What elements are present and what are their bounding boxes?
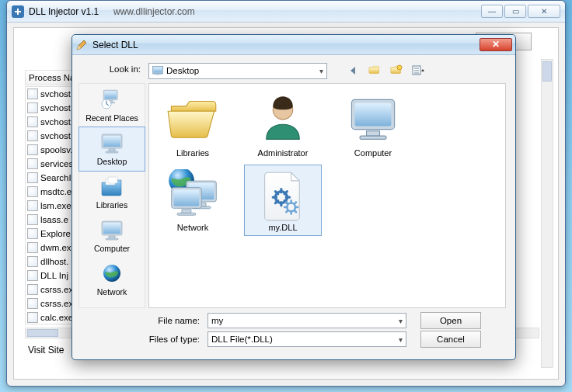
place-desktop[interactable]: Desktop	[79, 127, 145, 171]
process-item[interactable]: lsass.e	[26, 213, 78, 227]
file-item-label: Network	[158, 223, 228, 232]
process-item[interactable]: spoolsv.	[26, 143, 78, 157]
process-item[interactable]: dwm.ex	[26, 241, 78, 255]
filetype-combo[interactable]: DLL File(*.DLL)	[208, 331, 406, 347]
main-titlebar[interactable]: DLL Injector v1.1 www.dllinjector.com — …	[7, 1, 565, 23]
user-icon	[256, 95, 309, 147]
filename-input[interactable]: my	[208, 313, 406, 328]
filename-label: File name:	[75, 316, 208, 325]
process-item[interactable]: DLL Inj	[26, 269, 78, 283]
place-computer[interactable]: Computer	[79, 214, 145, 258]
place-network[interactable]: Network	[79, 258, 145, 301]
scrollbar-thumb[interactable]	[27, 329, 58, 337]
dialog-title: Select DLL	[92, 40, 138, 50]
close-button[interactable]: ✕	[528, 5, 560, 18]
scrollbar-thumb[interactable]	[542, 61, 552, 82]
monitor-icon	[99, 130, 124, 155]
filetype-label: Files of type:	[75, 335, 208, 344]
process-item[interactable]: Explore	[26, 227, 78, 241]
lookin-value: Desktop	[166, 66, 199, 75]
places-bar: Recent PlacesDesktopLibrariesComputerNet…	[78, 83, 145, 308]
dll-file-icon	[256, 169, 309, 222]
desktop-icon	[152, 66, 163, 75]
maximize-button[interactable]: ▭	[504, 5, 526, 18]
process-item[interactable]: lsm.exe	[26, 199, 78, 213]
computer-icon	[99, 217, 124, 242]
process-item[interactable]: svchost	[26, 129, 78, 143]
main-scrollbar-v[interactable]	[541, 59, 553, 368]
dialog-body: Look in: Desktop Recent PlacesDesktopLib…	[75, 58, 512, 356]
new-folder-button[interactable]	[388, 62, 405, 79]
file-item-label: Libraries	[158, 148, 228, 158]
dialog-titlebar[interactable]: Select DLL ✕	[72, 35, 515, 55]
arrow-left-icon	[347, 64, 359, 77]
app-icon	[12, 5, 24, 18]
process-item[interactable]: services	[26, 157, 78, 171]
process-item[interactable]: csrss.ex	[26, 283, 78, 297]
main-title: DLL Injector v1.1 www.dllinjector.com	[29, 6, 195, 17]
libraries-icon	[99, 174, 124, 199]
file-item[interactable]: Computer	[334, 90, 412, 161]
back-button[interactable]	[344, 62, 361, 79]
pen-icon	[75, 39, 88, 51]
process-item[interactable]: SearchI	[26, 171, 78, 185]
process-item[interactable]: svchost	[26, 115, 78, 129]
file-item-label: Administrator	[248, 148, 318, 158]
place-libraries[interactable]: Libraries	[79, 171, 145, 214]
process-item[interactable]: calc.exe	[26, 310, 78, 324]
globe-icon	[99, 261, 124, 286]
open-button[interactable]: Open	[420, 312, 481, 329]
file-list-area[interactable]: LibrariesAdministratorComputerNetworkmy.…	[148, 83, 506, 308]
lookin-label: Look in:	[75, 64, 145, 74]
process-item[interactable]: csrss.ex	[26, 297, 78, 310]
file-item-label: Computer	[338, 148, 408, 158]
file-item[interactable]: my.DLL	[244, 165, 322, 236]
process-item[interactable]: svchost	[26, 87, 78, 101]
file-item-label: my.DLL	[248, 223, 318, 232]
recent-icon	[99, 87, 124, 112]
network-icon	[166, 169, 219, 222]
process-item[interactable]: msdtc.e	[26, 185, 78, 199]
file-item[interactable]: Libraries	[154, 90, 232, 161]
up-one-level-button[interactable]	[366, 62, 383, 79]
lookin-combo[interactable]: Desktop	[148, 63, 327, 79]
cancel-button[interactable]: Cancel	[420, 331, 481, 348]
computer-icon	[347, 95, 399, 147]
minimize-button[interactable]: —	[481, 5, 503, 18]
folder-open-icon	[166, 95, 219, 147]
open-file-dialog: Select DLL ✕ Look in: Desktop Recent Pla…	[72, 34, 516, 360]
file-item[interactable]: Network	[154, 165, 232, 236]
visit-site-link[interactable]: Visit Site	[28, 345, 64, 356]
process-item[interactable]: svchost	[26, 101, 78, 115]
file-item[interactable]: Administrator	[244, 90, 322, 161]
views-button[interactable]	[410, 62, 427, 79]
place-recent-places[interactable]: Recent Places	[79, 84, 145, 127]
views-icon	[412, 64, 424, 77]
dialog-close-button[interactable]: ✕	[480, 38, 512, 51]
process-item[interactable]: dllhost.	[26, 255, 78, 269]
new-folder-icon	[390, 64, 403, 77]
folder-up-icon	[368, 64, 381, 77]
